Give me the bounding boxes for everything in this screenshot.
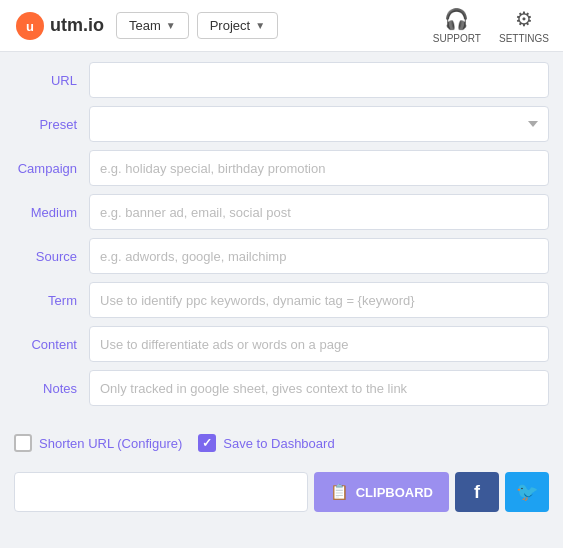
clipboard-icon: 📋 <box>330 483 349 501</box>
support-label: SUPPORT <box>433 33 481 44</box>
shorten-url-group[interactable]: Shorten URL (Configure) <box>14 434 182 452</box>
url-output-input[interactable] <box>14 472 308 512</box>
url-input[interactable] <box>89 62 549 98</box>
shorten-url-label: Shorten URL (Configure) <box>39 436 182 451</box>
save-dashboard-checkbox[interactable] <box>198 434 216 452</box>
svg-text:u: u <box>26 19 34 34</box>
project-chevron-icon: ▼ <box>255 20 265 31</box>
project-button[interactable]: Project ▼ <box>197 12 278 39</box>
clipboard-button[interactable]: 📋 CLIPBOARD <box>314 472 449 512</box>
clipboard-label: CLIPBOARD <box>356 485 433 500</box>
campaign-label: Campaign <box>14 161 89 176</box>
term-input[interactable] <box>89 282 549 318</box>
header-right: 🎧 SUPPORT ⚙ SETTINGS <box>433 7 549 44</box>
preset-row: Preset <box>14 106 549 142</box>
team-label: Team <box>129 18 161 33</box>
logo-text: utm.io <box>50 15 104 36</box>
bottom-controls: Shorten URL (Configure) Save to Dashboar… <box>0 424 563 462</box>
notes-input[interactable] <box>89 370 549 406</box>
campaign-row: Campaign <box>14 150 549 186</box>
source-label: Source <box>14 249 89 264</box>
notes-label: Notes <box>14 381 89 396</box>
save-dashboard-label: Save to Dashboard <box>223 436 334 451</box>
support-button[interactable]: 🎧 SUPPORT <box>433 7 481 44</box>
source-row: Source <box>14 238 549 274</box>
content-input[interactable] <box>89 326 549 362</box>
medium-label: Medium <box>14 205 89 220</box>
twitter-icon: 🐦 <box>516 481 538 503</box>
settings-button[interactable]: ⚙ SETTINGS <box>499 7 549 44</box>
url-label: URL <box>14 73 89 88</box>
settings-label: SETTINGS <box>499 33 549 44</box>
content-row: Content <box>14 326 549 362</box>
url-row: URL <box>14 62 549 98</box>
content-label: Content <box>14 337 89 352</box>
medium-row: Medium <box>14 194 549 230</box>
main-form: URL Preset Campaign Medium Source Term C… <box>0 52 563 424</box>
source-input[interactable] <box>89 238 549 274</box>
notes-row: Notes <box>14 370 549 406</box>
campaign-input[interactable] <box>89 150 549 186</box>
logo-icon: u <box>14 10 46 42</box>
save-dashboard-group[interactable]: Save to Dashboard <box>198 434 334 452</box>
support-icon: 🎧 <box>444 7 469 31</box>
project-label: Project <box>210 18 250 33</box>
header: u utm.io Team ▼ Project ▼ 🎧 SUPPORT ⚙ SE… <box>0 0 563 52</box>
term-row: Term <box>14 282 549 318</box>
shorten-url-checkbox[interactable] <box>14 434 32 452</box>
action-bar: 📋 CLIPBOARD f 🐦 <box>0 462 563 522</box>
settings-icon: ⚙ <box>515 7 533 31</box>
team-chevron-icon: ▼ <box>166 20 176 31</box>
team-button[interactable]: Team ▼ <box>116 12 189 39</box>
facebook-icon: f <box>474 482 480 503</box>
twitter-button[interactable]: 🐦 <box>505 472 549 512</box>
logo: u utm.io <box>14 10 104 42</box>
preset-label: Preset <box>14 117 89 132</box>
facebook-button[interactable]: f <box>455 472 499 512</box>
preset-select[interactable] <box>89 106 549 142</box>
term-label: Term <box>14 293 89 308</box>
medium-input[interactable] <box>89 194 549 230</box>
